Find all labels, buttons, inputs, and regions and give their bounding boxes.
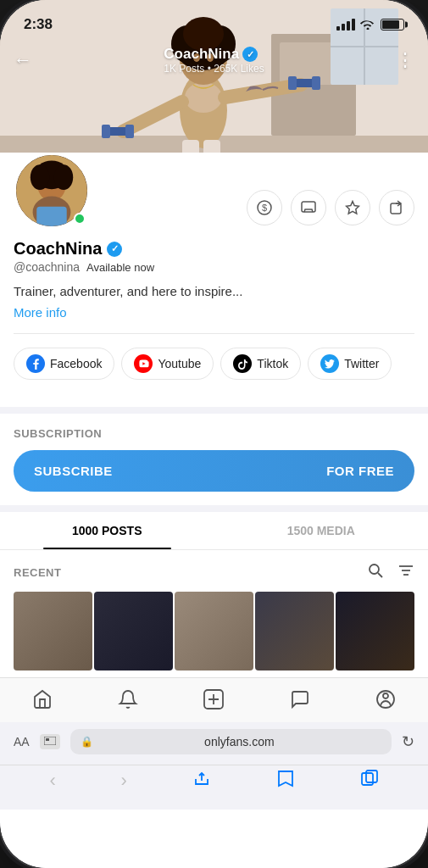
- recent-section: RECENT: [0, 550, 428, 677]
- recent-header: RECENT: [14, 562, 414, 583]
- subscription-section: SUBSCRIPTION SUBSCRIBE FOR FREE: [0, 414, 428, 505]
- nav-create-button[interactable]: [189, 685, 238, 719]
- tab-preview[interactable]: [40, 734, 60, 749]
- divider-1: [14, 333, 414, 334]
- bell-icon: [118, 689, 138, 715]
- wifi-icon: [360, 18, 375, 32]
- recent-label: RECENT: [14, 566, 61, 579]
- favorite-button[interactable]: [335, 190, 370, 225]
- message-icon: [290, 689, 310, 715]
- battery-icon: [381, 19, 404, 31]
- nav-home-button[interactable]: [19, 686, 66, 718]
- verified-icon: ✓: [242, 47, 258, 62]
- nav-bar: ← CoachNina ✓ 1K Posts • 265K Likes ⋮: [0, 37, 428, 83]
- search-button[interactable]: [367, 562, 384, 583]
- tiktok-icon: [233, 354, 252, 373]
- svg-rect-50: [44, 737, 56, 745]
- tab-posts[interactable]: 1000 POSTS: [0, 512, 214, 549]
- back-safari-button[interactable]: ‹: [49, 770, 55, 792]
- back-button[interactable]: ←: [14, 49, 32, 71]
- tabs-button[interactable]: [360, 769, 379, 793]
- main-content: ← CoachNina ✓ 1K Posts • 265K Likes ⋮: [0, 0, 428, 868]
- share-button[interactable]: [379, 190, 414, 225]
- section-divider-2: [0, 505, 428, 512]
- online-indicator: [74, 213, 86, 225]
- nav-stats: 1K Posts • 265K Likes: [164, 63, 264, 75]
- svg-text:$: $: [262, 203, 267, 213]
- bottom-nav: [0, 677, 428, 722]
- youtube-button[interactable]: Youtube: [121, 348, 214, 380]
- status-icons: [336, 18, 404, 32]
- refresh-button[interactable]: ↻: [402, 732, 414, 751]
- svg-rect-51: [46, 738, 49, 741]
- plus-icon: [203, 688, 225, 715]
- media-grid: [14, 592, 414, 670]
- profile-verified-icon: ✓: [107, 242, 122, 257]
- svg-line-41: [378, 573, 382, 577]
- tab-media[interactable]: 1500 MEDIA: [214, 512, 429, 549]
- tabs-section: 1000 POSTS 1500 MEDIA: [0, 512, 428, 550]
- media-thumb-2[interactable]: [94, 592, 173, 670]
- tip-button[interactable]: $: [247, 190, 282, 225]
- svg-point-40: [370, 565, 379, 574]
- aa-button[interactable]: AA: [14, 735, 30, 748]
- subscribe-free-text: FOR FREE: [326, 464, 394, 478]
- bookmarks-button[interactable]: [276, 769, 295, 793]
- svg-rect-14: [125, 125, 134, 138]
- svg-rect-36: [302, 202, 315, 212]
- url-text: onlyfans.com: [97, 735, 381, 748]
- svg-rect-13: [102, 125, 110, 138]
- profile-handle: @coachnina: [14, 260, 80, 274]
- profile-handle-row: @coachnina Available now: [14, 260, 414, 274]
- svg-marker-37: [347, 202, 359, 214]
- media-thumb-1[interactable]: [14, 592, 92, 670]
- svg-rect-54: [366, 771, 377, 782]
- subscribe-button[interactable]: SUBSCRIBE FOR FREE: [14, 450, 414, 492]
- media-thumb-5[interactable]: [336, 592, 414, 670]
- avatar-container: [14, 153, 90, 229]
- nav-notifications-button[interactable]: [104, 686, 152, 718]
- profile-section: $: [0, 153, 428, 407]
- status-bar: 2:38: [0, 0, 428, 37]
- avatar-actions-row: $: [14, 153, 414, 229]
- profile-bio: Trainer, adventurer, and here to inspire…: [14, 282, 414, 300]
- signal-icon: [336, 19, 355, 31]
- subscribe-text: SUBSCRIBE: [34, 464, 113, 478]
- nav-name: CoachNina: [164, 46, 239, 63]
- tiktok-button[interactable]: Tiktok: [220, 348, 301, 380]
- more-options-button[interactable]: ⋮: [396, 49, 414, 71]
- youtube-icon: [134, 354, 153, 373]
- profile-circle-icon: [375, 689, 396, 715]
- browser-bar: AA 🔒 onlyfans.com ↻: [0, 722, 428, 765]
- action-buttons: $: [247, 190, 414, 229]
- facebook-button[interactable]: Facebook: [14, 348, 114, 380]
- message-button[interactable]: [291, 190, 326, 225]
- media-thumb-3[interactable]: [175, 592, 253, 670]
- filter-button[interactable]: [397, 562, 414, 583]
- share-safari-button[interactable]: [192, 769, 211, 793]
- lock-icon: 🔒: [81, 736, 93, 748]
- recent-actions: [367, 562, 414, 583]
- availability-badge: Available now: [86, 261, 154, 274]
- nav-profile-button[interactable]: [362, 686, 409, 718]
- nav-title: CoachNina ✓ 1K Posts • 265K Likes: [164, 46, 264, 75]
- forward-safari-button[interactable]: ›: [121, 770, 127, 792]
- svg-point-9: [185, 82, 222, 113]
- more-info-link[interactable]: More info: [14, 305, 67, 320]
- tabs-row: 1000 POSTS 1500 MEDIA: [0, 512, 428, 549]
- nav-messages-button[interactable]: [276, 686, 324, 718]
- twitter-button[interactable]: Twitter: [308, 348, 392, 380]
- subscription-label: SUBSCRIPTION: [14, 427, 414, 440]
- facebook-icon: [26, 354, 45, 373]
- svg-rect-33: [36, 207, 66, 226]
- twitter-icon: [320, 354, 339, 373]
- social-links: Facebook Youtube: [14, 348, 414, 393]
- svg-point-31: [54, 164, 73, 190]
- url-bar[interactable]: 🔒 onlyfans.com: [70, 729, 392, 754]
- media-thumb-4[interactable]: [255, 592, 334, 670]
- safari-bottom-bar: ‹ ›: [0, 765, 428, 810]
- profile-name: CoachNina ✓: [14, 239, 414, 259]
- svg-rect-53: [362, 773, 373, 785]
- svg-point-30: [31, 164, 49, 190]
- status-time: 2:38: [24, 16, 53, 33]
